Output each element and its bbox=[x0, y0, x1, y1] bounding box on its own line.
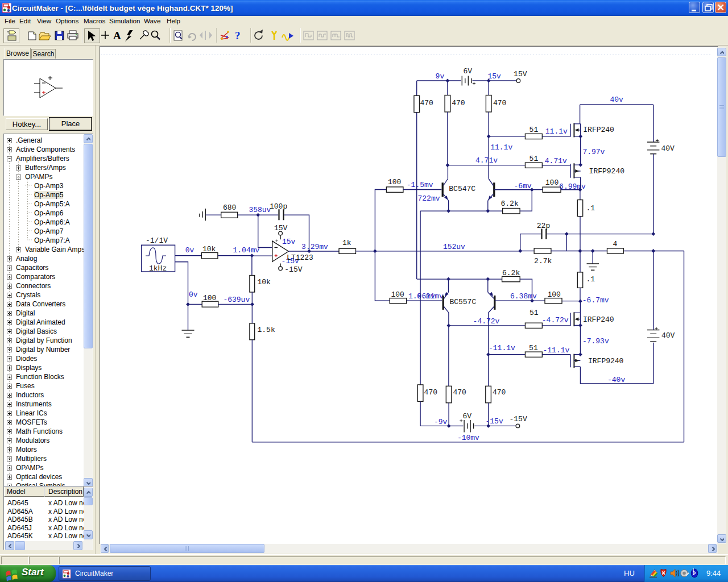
svg-text:0v: 0v bbox=[189, 290, 198, 299]
svg-text:-40v: -40v bbox=[607, 376, 625, 384]
svg-text:100: 100 bbox=[391, 290, 404, 299]
svg-text:10k: 10k bbox=[258, 278, 271, 286]
svg-text:1.5k: 1.5k bbox=[258, 326, 275, 334]
svg-text:7.97v: 7.97v bbox=[582, 148, 605, 156]
svg-text:470: 470 bbox=[424, 388, 437, 397]
svg-text:6.38mv: 6.38mv bbox=[510, 292, 537, 301]
svg-text:1k: 1k bbox=[342, 239, 351, 247]
svg-text:40V: 40V bbox=[661, 144, 675, 153]
svg-text:470: 470 bbox=[420, 99, 433, 107]
svg-text:15V: 15V bbox=[514, 70, 527, 78]
svg-text:4.71v: 4.71v bbox=[475, 156, 498, 165]
svg-text:3.29mv: 3.29mv bbox=[301, 243, 328, 251]
svg-text:-15V: -15V bbox=[510, 415, 527, 423]
svg-text:100: 100 bbox=[203, 294, 216, 302]
svg-text:15v: 15v bbox=[282, 238, 296, 246]
svg-text:100: 100 bbox=[388, 178, 401, 186]
svg-text:BC557C: BC557C bbox=[449, 298, 476, 306]
svg-text:51: 51 bbox=[530, 155, 539, 163]
svg-text:358uv: 358uv bbox=[249, 206, 271, 214]
svg-text:100p: 100p bbox=[270, 202, 287, 211]
svg-text:.1: .1 bbox=[586, 275, 595, 284]
svg-text:51: 51 bbox=[530, 126, 539, 134]
svg-text:-6mv: -6mv bbox=[514, 182, 531, 190]
svg-text:470: 470 bbox=[493, 388, 506, 397]
svg-text:40v: 40v bbox=[610, 95, 624, 104]
svg-text:-6.7mv: -6.7mv bbox=[582, 296, 609, 305]
svg-text:6V: 6V bbox=[463, 412, 472, 421]
svg-text:IRFP9240: IRFP9240 bbox=[589, 167, 624, 176]
svg-text:-11.1v: -11.1v bbox=[489, 344, 515, 352]
svg-text:A: A bbox=[113, 30, 121, 41]
svg-text:BC547C: BC547C bbox=[449, 185, 475, 193]
svg-text:-10mv: -10mv bbox=[457, 434, 479, 442]
svg-text:6.21mv: 6.21mv bbox=[417, 292, 444, 301]
svg-text:100: 100 bbox=[548, 290, 561, 299]
svg-text:-1.5mv: -1.5mv bbox=[407, 181, 433, 189]
svg-text:IRFP240: IRFP240 bbox=[583, 315, 614, 324]
svg-text:2.7k: 2.7k bbox=[534, 257, 552, 265]
svg-text:51: 51 bbox=[530, 309, 539, 317]
svg-text:1kHz: 1kHz bbox=[149, 264, 167, 273]
svg-text:-7.93v: -7.93v bbox=[582, 337, 609, 346]
svg-text:22p: 22p bbox=[537, 222, 550, 230]
svg-text:-15v: -15v bbox=[486, 417, 503, 426]
svg-text:IRFP240: IRFP240 bbox=[583, 126, 614, 134]
svg-text:-4.72v: -4.72v bbox=[473, 317, 500, 326]
svg-text:-1/1V: -1/1V bbox=[146, 236, 168, 245]
svg-text:11.1v: 11.1v bbox=[545, 127, 568, 136]
svg-text:722mv: 722mv bbox=[418, 194, 440, 203]
svg-text:100: 100 bbox=[545, 178, 559, 187]
svg-text:15v: 15v bbox=[487, 72, 501, 81]
svg-text:11.1v: 11.1v bbox=[490, 143, 512, 152]
svg-text:6.99mv: 6.99mv bbox=[559, 182, 586, 191]
svg-text:-639uv: -639uv bbox=[223, 296, 250, 304]
svg-text:4.71v: 4.71v bbox=[545, 157, 567, 165]
svg-text:.1: .1 bbox=[586, 204, 595, 213]
svg-text:0v: 0v bbox=[185, 246, 195, 255]
svg-text:-4.72v: -4.72v bbox=[542, 316, 569, 325]
svg-text:6.2k: 6.2k bbox=[502, 269, 520, 277]
svg-text:1.04mv: 1.04mv bbox=[233, 246, 260, 255]
svg-text:470: 470 bbox=[452, 99, 465, 107]
svg-text:152uv: 152uv bbox=[443, 243, 465, 251]
svg-text:?: ? bbox=[235, 30, 241, 41]
svg-text:4: 4 bbox=[613, 240, 618, 248]
svg-text:-15V: -15V bbox=[284, 265, 302, 274]
svg-text:15V: 15V bbox=[274, 224, 288, 232]
svg-text:6.2k: 6.2k bbox=[501, 199, 519, 208]
svg-text:IRFP9240: IRFP9240 bbox=[588, 357, 623, 365]
svg-text:470: 470 bbox=[493, 99, 506, 107]
svg-text:40V: 40V bbox=[661, 331, 675, 340]
svg-text:-11.1v: -11.1v bbox=[543, 346, 570, 355]
svg-text:51: 51 bbox=[529, 344, 538, 352]
svg-text:LT1223: LT1223 bbox=[287, 253, 313, 262]
svg-text:10k: 10k bbox=[202, 245, 216, 253]
svg-text:-9v: -9v bbox=[434, 418, 448, 426]
svg-text:9v: 9v bbox=[436, 72, 445, 81]
svg-text:680: 680 bbox=[223, 203, 236, 212]
svg-text:6V: 6V bbox=[464, 67, 473, 76]
svg-text:470: 470 bbox=[453, 388, 466, 397]
